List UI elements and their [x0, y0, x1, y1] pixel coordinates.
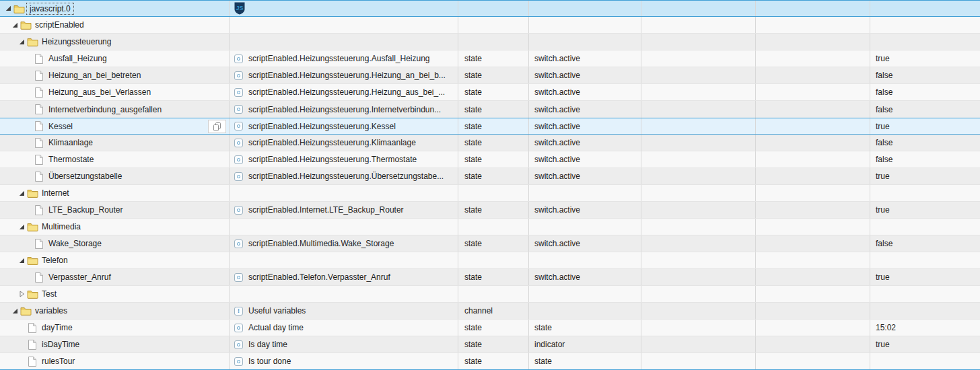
object-type: state: [458, 235, 529, 252]
object-value[interactable]: true: [870, 168, 980, 184]
tree-icon-slot: [33, 151, 45, 168]
table-row[interactable]: Thermostate scriptEnabled.Heizungssteuer…: [0, 151, 980, 168]
table-row[interactable]: scriptEnabled: [0, 17, 980, 34]
arrow-slot: [24, 168, 33, 184]
object-id-cell: scriptEnabled.Multimedia.Wake_Storage: [230, 235, 458, 252]
object-room-cell: [641, 219, 756, 235]
table-row[interactable]: Heizung_an_bei_betreten scriptEnabled.He…: [0, 67, 980, 84]
collapse-arrow-icon[interactable]: [19, 291, 25, 297]
object-function-cell: [756, 202, 870, 218]
object-name-cell: Wake_Storage: [0, 235, 230, 252]
copy-id-button[interactable]: [208, 120, 226, 133]
state-icon: [234, 340, 243, 349]
expand-arrow-icon[interactable]: [19, 39, 25, 45]
object-function-cell: [756, 320, 870, 336]
object-value[interactable]: [870, 353, 980, 369]
table-row[interactable]: javascript.0 JS: [0, 0, 980, 17]
expand-arrow-icon[interactable]: [5, 5, 11, 11]
arrow-slot: [24, 84, 33, 100]
object-value[interactable]: false: [870, 235, 980, 252]
object-value[interactable]: [870, 34, 980, 50]
object-role: switch.active: [529, 101, 641, 118]
folder-icon: [27, 289, 38, 299]
table-row[interactable]: LTE_Backup_Router scriptEnabled.Internet…: [0, 202, 980, 219]
object-value[interactable]: [870, 17, 980, 33]
state-icon: [234, 324, 243, 332]
table-row[interactable]: Wake_Storage scriptEnabled.Multimedia.Wa…: [0, 235, 980, 252]
table-row[interactable]: isDayTime Is day time state indicator tr…: [0, 336, 980, 353]
expand-arrow-icon[interactable]: [19, 258, 25, 264]
object-name-cell: dayTime: [0, 320, 230, 336]
tree-icon-slot: [26, 219, 38, 235]
object-function-cell: [756, 151, 870, 168]
object-role: switch.active: [529, 50, 641, 67]
object-id-cell: JS: [230, 1, 458, 16]
object-value[interactable]: false: [870, 67, 980, 83]
object-value[interactable]: [870, 286, 980, 302]
object-name-cell: Ausfall_Heizung: [0, 50, 230, 67]
object-value[interactable]: [870, 1, 980, 16]
object-value[interactable]: true: [870, 118, 980, 134]
object-type: [458, 17, 529, 33]
copy-icon: [213, 122, 221, 131]
object-name: Telefon: [42, 256, 68, 265]
object-id-cell: [230, 17, 458, 33]
object-value[interactable]: [870, 185, 980, 201]
table-row[interactable]: Heizungssteuerung: [0, 34, 980, 50]
object-id: Actual day time: [248, 323, 304, 332]
object-type: [458, 252, 529, 268]
table-row[interactable]: Verpasster_Anruf scriptEnabled.Telefon.V…: [0, 269, 980, 286]
expand-arrow-icon[interactable]: [19, 190, 25, 196]
object-type: state: [458, 50, 529, 67]
table-row[interactable]: Übersetzungstabelle scriptEnabled.Heizun…: [0, 168, 980, 185]
object-value[interactable]: 15:02: [870, 320, 980, 336]
table-row[interactable]: dayTime Actual day time state state 15:0…: [0, 320, 980, 336]
object-id-cell: [230, 185, 458, 201]
expand-arrow-icon[interactable]: [12, 308, 18, 314]
object-id-cell: scriptEnabled.Telefon.Verpasster_Anruf: [230, 269, 458, 285]
expand-arrow-icon[interactable]: [19, 224, 25, 230]
expand-arrow-icon[interactable]: [12, 22, 18, 28]
object-name-cell: Internetverbindung_ausgefallen: [0, 101, 230, 118]
table-body: javascript.0 JS scriptEnabled Heizung: [0, 0, 980, 370]
id-icon-slot: [234, 273, 243, 282]
table-row[interactable]: Internetverbindung_ausgefallen scriptEna…: [0, 101, 980, 118]
object-room-cell: [641, 101, 756, 118]
object-value[interactable]: [870, 252, 980, 268]
object-value[interactable]: true: [870, 202, 980, 218]
id-icon-slot: [234, 122, 243, 131]
object-value[interactable]: false: [870, 101, 980, 118]
object-role: [529, 252, 641, 268]
table-row[interactable]: Multimedia: [0, 219, 980, 235]
object-name-cell: Klimaanlage: [0, 135, 230, 151]
object-value[interactable]: [870, 219, 980, 235]
arrow-slot: [11, 17, 20, 33]
object-function-cell: [756, 50, 870, 67]
channel-icon: !: [234, 307, 243, 316]
object-value[interactable]: false: [870, 151, 980, 168]
object-value[interactable]: true: [870, 50, 980, 67]
object-value[interactable]: false: [870, 135, 980, 151]
table-row[interactable]: Heizung_aus_bei_Verlassen scriptEnabled.…: [0, 84, 980, 101]
object-id: scriptEnabled.Heizungssteuerung.Heizung_…: [248, 87, 445, 97]
table-row[interactable]: variables ! Useful variables channel: [0, 303, 980, 320]
table-row[interactable]: Kessel scriptEnabled.Heizungssteuerung.K…: [0, 118, 980, 135]
table-row[interactable]: Internet: [0, 185, 980, 202]
object-value[interactable]: [870, 303, 980, 319]
folder-icon: [13, 4, 25, 13]
object-value[interactable]: false: [870, 84, 980, 100]
table-row[interactable]: Klimaanlage scriptEnabled.Heizungssteuer…: [0, 135, 980, 151]
table-row[interactable]: Test: [0, 286, 980, 303]
file-icon: [35, 272, 43, 283]
tree-icon-slot: [26, 336, 38, 353]
object-type: [458, 286, 529, 302]
object-id-cell: scriptEnabled.Heizungssteuerung.Heizung_…: [230, 67, 458, 83]
object-value[interactable]: true: [870, 336, 980, 353]
folder-icon: [27, 188, 38, 198]
arrow-slot: [18, 353, 26, 369]
object-role: [529, 1, 641, 16]
table-row[interactable]: rulesTour Is tour done state state: [0, 353, 980, 370]
table-row[interactable]: Telefon: [0, 252, 980, 269]
table-row[interactable]: Ausfall_Heizung scriptEnabled.Heizungsst…: [0, 50, 980, 67]
object-value[interactable]: true: [870, 269, 980, 285]
